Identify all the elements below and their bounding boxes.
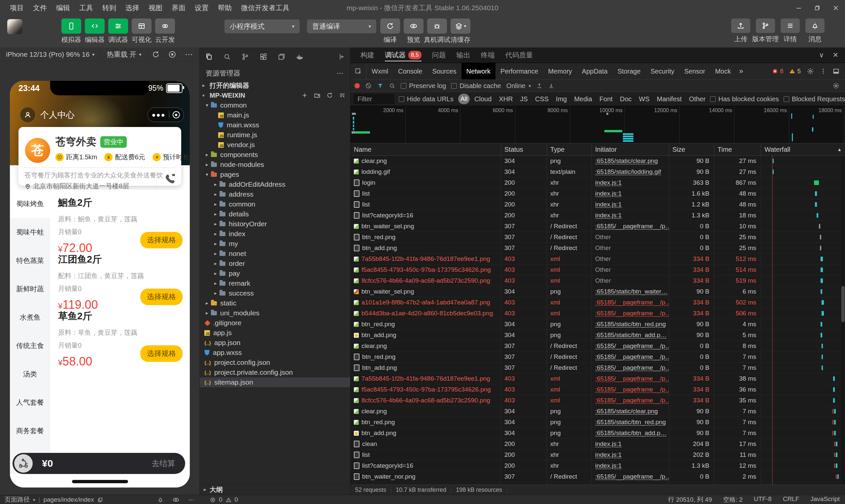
tree-item-static[interactable]: ▸static	[200, 298, 350, 308]
category-item[interactable]: 人气套餐	[10, 388, 50, 417]
network-request-row[interactable]: btn_add.png304png:65185/static/btn_add.p…	[351, 330, 845, 341]
network-request-row[interactable]: clear.png307/ Redirect:65185/__pageframe…	[351, 341, 845, 352]
tree-item-vendor.js[interactable]: JSvendor.js	[200, 140, 350, 150]
scrollbar-thumb[interactable]	[841, 286, 845, 322]
tree-item-pages[interactable]: ▾pages	[200, 169, 350, 179]
menu-item-编辑[interactable]: 编辑	[52, 0, 75, 16]
filter-type-img[interactable]: Img	[556, 95, 567, 103]
goods-item[interactable]: 鮰鱼2斤原料：鮰鱼，黄豆芽，莲藕月销量0¥72.00选择规格	[58, 196, 185, 249]
search-icon[interactable]	[389, 83, 395, 89]
debugger-tab-构建[interactable]: 构建	[355, 48, 380, 63]
消息-button[interactable]: 消息	[805, 18, 825, 43]
initiator-link[interactable]: :65185/__pageframe__/p…	[595, 310, 669, 317]
user-avatar[interactable]	[7, 19, 22, 34]
tree-item-app.js[interactable]: JSapp.js	[200, 328, 350, 338]
menu-item-视图[interactable]: 视图	[144, 0, 167, 16]
initiator-link[interactable]: :65185/static/btn_red.png	[595, 321, 666, 328]
tree-item-address[interactable]: ▸address	[200, 189, 350, 199]
column-header-status[interactable]: Status	[501, 143, 547, 155]
toggle-tune-panel-button[interactable]: 调试器	[108, 18, 128, 44]
hide-data-urls-checkbox[interactable]: Hide data URLs	[399, 95, 454, 103]
network-request-row[interactable]: 8cfcc576-4b66-4a09-ac68-ad5b273c2590.png…	[351, 275, 845, 286]
filter-type-css[interactable]: CSS	[535, 95, 549, 103]
source-control-icon[interactable]	[236, 53, 254, 61]
initiator-link[interactable]: :65185/__pageframe__/p…	[595, 386, 669, 393]
kebab-menu-icon[interactable]	[820, 68, 827, 74]
filter-type-manifest[interactable]: Manifest	[657, 95, 682, 103]
上传-button[interactable]: 上传	[731, 18, 750, 43]
error-counter[interactable]: 8	[772, 68, 784, 75]
tree-item-nonet[interactable]: ▸nonet	[200, 249, 350, 258]
copy-icon[interactable]	[98, 497, 103, 503]
详情-button[interactable]: 详情	[781, 18, 800, 43]
tree-item-common[interactable]: ▾common	[200, 100, 350, 110]
menu-item-微信开发者工具[interactable]: 微信开发者工具	[236, 0, 294, 16]
close-panel-icon[interactable]: ✕	[832, 51, 839, 59]
tree-item-details[interactable]: ▸details	[200, 209, 350, 219]
tree-item-remark[interactable]: ▸remark	[200, 278, 350, 288]
compile-mode-select[interactable]: 普通编译 ▾	[307, 19, 376, 33]
network-request-row[interactable]: list200xhrindex.js:1202 B11 ms	[351, 450, 845, 461]
editor-status-item[interactable]: UTF-8	[754, 496, 772, 504]
network-request-row[interactable]: list200xhrindex.js:11.2 kB48 ms	[351, 199, 845, 210]
menu-item-帮助[interactable]: 帮助	[213, 0, 236, 16]
column-header-size[interactable]: Size	[669, 143, 714, 155]
devtools-tab-network[interactable]: Network	[461, 63, 495, 79]
tree-item-addOrEditAddress[interactable]: ▸addOrEditAddress	[200, 179, 350, 189]
collapse-sidebar-icon[interactable]	[337, 53, 350, 61]
maximize-button[interactable]	[808, 0, 827, 16]
menu-item-界面[interactable]: 界面	[167, 0, 190, 16]
device-select[interactable]: iPhone 12/13 (Pro) 96% 16 ▾	[0, 48, 100, 61]
tree-item-project.private.config.json[interactable]: {..}project.private.config.json	[200, 367, 350, 377]
initiator-link[interactable]: index.js:1	[595, 190, 621, 197]
devtools-tab-sensor[interactable]: Sensor	[679, 63, 710, 79]
select-spec-button[interactable]: 选择规格	[140, 232, 182, 248]
filter-type-other[interactable]: Other	[689, 95, 705, 103]
initiator-link[interactable]: :65185/__pageframe__/p…	[595, 342, 669, 349]
network-request-row[interactable]: list?categoryId=16200xhrindex.js:11.3 kB…	[351, 210, 845, 221]
filter-input[interactable]: Filter	[354, 94, 394, 104]
initiator-link[interactable]: :65185/__pageframe__/p…	[595, 223, 669, 230]
network-request-row[interactable]: btn_red.png307/ Redirect:65185/__pagefra…	[351, 352, 845, 362]
debugger-tab-问题[interactable]: 问题	[427, 48, 451, 63]
phone-call-icon[interactable]	[164, 173, 178, 186]
initiator-link[interactable]: :65185/static/btn_add.p…	[595, 430, 667, 437]
toggle-layout-panel-button[interactable]: 可视化	[132, 18, 152, 44]
errors-icon[interactable]	[210, 497, 215, 503]
category-item[interactable]: 蜀味牛蛙	[10, 218, 50, 246]
tree-item-.gitignore[interactable]: .gitignore	[200, 318, 350, 328]
throttling-select[interactable]: Online▾	[506, 82, 531, 90]
tree-item-main.js[interactable]: JSmain.js	[200, 110, 350, 120]
network-request-row[interactable]: btn_red.png304png:65185/static/btn_red.p…	[351, 417, 845, 428]
editor-status-item[interactable]: JavaScript	[810, 496, 840, 504]
initiator-link[interactable]: :65185/__pageframe__/p…	[595, 473, 669, 480]
menu-item-设置[interactable]: 设置	[190, 0, 213, 16]
filter-type-all[interactable]: All	[458, 94, 470, 104]
extensions-icon[interactable]	[254, 53, 272, 61]
menu-item-工具[interactable]: 工具	[75, 0, 98, 16]
network-request-row[interactable]: list?categoryId=16200xhrindex.js:11.3 kB…	[351, 461, 845, 471]
tree-item-order[interactable]: ▸order	[200, 258, 350, 269]
page-path-label[interactable]: 页面路径	[5, 496, 30, 504]
disable-cache-checkbox[interactable]: Disable cache	[451, 82, 501, 90]
toggle-cloud-panel-button[interactable]: 云开发	[155, 18, 175, 44]
column-header-waterfall[interactable]: Waterfall▲	[761, 143, 845, 155]
clear-icon[interactable]	[365, 83, 372, 89]
network-overview-timeline[interactable]: 2000 ms4000 ms6000 ms8000 ms10000 ms1200…	[351, 106, 845, 143]
column-header-time[interactable]: Time	[714, 143, 761, 155]
network-request-row[interactable]: btn_red.png304png:65185/static/btn_red.p…	[351, 319, 845, 330]
import-har-icon[interactable]	[536, 83, 543, 89]
initiator-link[interactable]: :65185/static/btn_waiter…	[595, 288, 668, 295]
filter-type-cloud[interactable]: Cloud	[474, 95, 492, 103]
column-header-type[interactable]: Type	[547, 143, 592, 155]
tree-item-success[interactable]: ▸success	[200, 288, 350, 298]
devtools-tab-mock[interactable]: Mock	[710, 63, 736, 79]
network-request-row[interactable]: lodding.gif304text/plain:65185/static/lo…	[351, 166, 845, 178]
network-request-row[interactable]: btn_waiter_sel.png307/ Redirect:65185/__…	[351, 221, 845, 232]
tree-item-index[interactable]: ▸index	[200, 229, 350, 239]
toggle-code-panel-button[interactable]: 编辑器	[85, 18, 105, 44]
notification-icon[interactable]	[157, 497, 164, 503]
initiator-link[interactable]: :65185/static/btn_add.p…	[595, 331, 667, 339]
tree-item-sitemap.json[interactable]: {..}sitemap.json	[200, 377, 350, 387]
initiator-link[interactable]: :65185/static/btn_red.png	[595, 418, 666, 426]
